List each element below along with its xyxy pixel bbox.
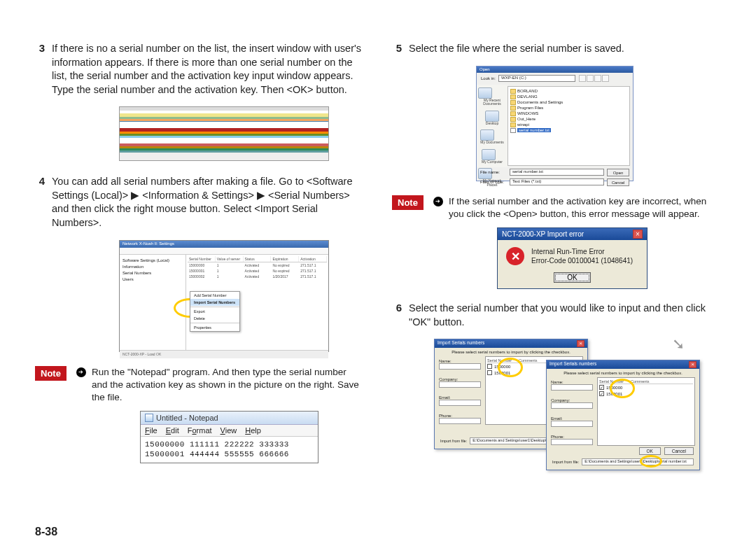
- step-number: 3: [35, 42, 45, 54]
- close-icon[interactable]: ×: [577, 340, 584, 347]
- step-text: Select the file where the serial number …: [409, 42, 624, 56]
- open-button[interactable]: Open: [607, 169, 629, 176]
- note-text: If the serial number and the activation …: [449, 195, 721, 220]
- figure-import-dialogs: ➘ Import Serials numbers× Please select …: [434, 339, 700, 479]
- dialog-title: Open: [477, 66, 633, 73]
- figure-notepad: Untitled - Notepad FileEditFormatViewHel…: [140, 411, 318, 463]
- notepad-icon: [145, 414, 153, 422]
- window-title: Network X-Noah II: Settings: [120, 241, 328, 248]
- error-message: Internal Run-Time Error Error-Code 00100…: [531, 247, 633, 265]
- step-text: Select the serial number that you would …: [409, 302, 721, 329]
- form-labels: Name: Company: Email: Phone:: [551, 377, 593, 446]
- lookin-dropdown[interactable]: WXP-EN (C:): [498, 75, 575, 82]
- highlight-circle: [498, 358, 523, 377]
- step-6: 6 Select the serial number that you woul…: [392, 302, 721, 329]
- error-icon: ✕: [506, 247, 524, 265]
- note-text: Run the "Notepad" program. And then type…: [92, 366, 364, 405]
- import-dialog-after: Import Serials numbers× Please select se…: [546, 360, 700, 470]
- highlight-circle: [610, 379, 635, 398]
- ok-button[interactable]: OK: [639, 447, 661, 455]
- figure-open-dialog: Open Look in: WXP-EN (C:) My Recent Docu…: [476, 66, 634, 181]
- bullet-arrow-icon: [76, 367, 86, 377]
- figure-settings-window: Network X-Noah II: Settings Software Set…: [119, 240, 329, 352]
- selected-file: serial number.txt: [517, 128, 551, 132]
- checkbox-icon[interactable]: ✓: [599, 385, 604, 390]
- step-number: 5: [392, 42, 402, 54]
- figure-activation-window: [119, 106, 329, 161]
- page-number: 8-38: [35, 526, 57, 538]
- step-5: 5 Select the file where the serial numbe…: [392, 42, 721, 56]
- note-2: Note If the serial number and the activa…: [392, 195, 721, 220]
- status-bar: NCT-2000-XP - Load OK: [120, 350, 328, 358]
- filename-label: File name:: [480, 170, 507, 174]
- checkbox-icon[interactable]: [487, 364, 492, 369]
- cancel-button[interactable]: Cancel: [664, 447, 694, 455]
- notepad-content: 15000000 111111 222222 333333 15000001 4…: [141, 437, 318, 463]
- checkbox-icon[interactable]: [487, 370, 492, 375]
- form-labels: Name: Company: Email: Phone:: [439, 356, 481, 425]
- context-menu[interactable]: Add Serial Number Import Serial Numbers …: [190, 291, 240, 332]
- figure-error-dialog: NCT-2000-XP Import error × ✕ Internal Ru…: [497, 227, 648, 289]
- cancel-button[interactable]: Cancel: [607, 178, 629, 186]
- error-title: NCT-2000-XP Import error: [502, 230, 584, 238]
- filetype-label: Files of type:: [480, 180, 507, 184]
- notepad-menubar[interactable]: FileEditFormatViewHelp: [141, 425, 318, 437]
- file-list[interactable]: BORLAND DEVLANG Documents and Settings P…: [507, 86, 630, 166]
- highlight-circle-ok: [640, 455, 662, 468]
- bullet-arrow-icon: [433, 197, 443, 206]
- ok-button[interactable]: OK: [554, 272, 590, 283]
- close-icon[interactable]: ×: [689, 361, 696, 368]
- close-icon[interactable]: ×: [633, 230, 643, 239]
- arrow-icon: ➘: [672, 335, 685, 353]
- step-text: You can add all serial numbers after mak…: [52, 175, 364, 230]
- step-text: If there is no a serial number on the li…: [52, 42, 364, 97]
- filename-input[interactable]: serial number.txt: [510, 169, 604, 176]
- lookin-label: Look in:: [481, 76, 496, 80]
- notepad-titlebar: Untitled - Notepad: [141, 412, 318, 425]
- note-1: Note Run the "Notepad" program. And then…: [35, 366, 364, 405]
- note-badge: Note: [392, 195, 424, 210]
- notepad-title: Untitled - Notepad: [156, 414, 218, 422]
- checkbox-icon[interactable]: ✓: [599, 391, 604, 396]
- step-number: 6: [392, 302, 402, 314]
- step-number: 4: [35, 175, 45, 187]
- places-sidebar[interactable]: My Recent Documents Desktop My Documents…: [477, 85, 507, 167]
- filetype-dropdown[interactable]: Text Files (*.txt): [510, 178, 604, 185]
- step-3: 3 If there is no a serial number on the …: [35, 42, 364, 97]
- toolbar-icons[interactable]: [578, 75, 609, 83]
- step-4: 4 You can add all serial numbers after m…: [35, 175, 364, 230]
- note-badge: Note: [35, 366, 66, 381]
